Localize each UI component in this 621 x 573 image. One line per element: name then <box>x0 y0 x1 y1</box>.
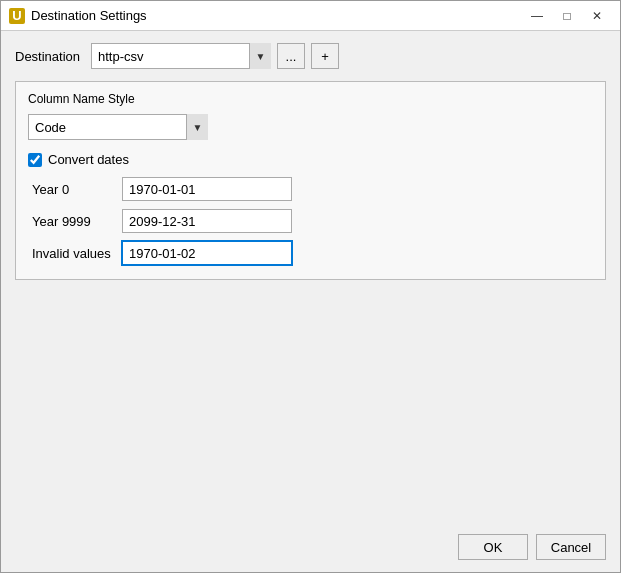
column-name-style-row: Code ▼ <box>28 114 593 140</box>
content-area: Destination http-csv ▼ ... + Column Name… <box>1 31 620 524</box>
settings-panel: Column Name Style Code ▼ Convert dates <box>15 81 606 280</box>
convert-dates-label: Convert dates <box>48 152 129 167</box>
style-select-wrapper: Code ▼ <box>28 114 208 140</box>
date-fields: Year 0 Year 9999 Invalid values <box>28 177 593 265</box>
column-name-style-title: Column Name Style <box>28 92 593 106</box>
maximize-button[interactable]: □ <box>552 2 582 30</box>
close-button[interactable]: ✕ <box>582 2 612 30</box>
title-bar: U Destination Settings — □ ✕ <box>1 1 620 31</box>
minimize-button[interactable]: — <box>522 2 552 30</box>
convert-dates-checkbox-wrapper[interactable]: Convert dates <box>28 152 129 167</box>
destination-label: Destination <box>15 49 85 64</box>
title-bar-buttons: — □ ✕ <box>522 2 612 30</box>
year9999-row: Year 9999 <box>32 209 593 233</box>
year0-label: Year 0 <box>32 182 122 197</box>
destination-select[interactable]: http-csv <box>91 43 271 69</box>
window-title: Destination Settings <box>31 8 522 23</box>
invalid-values-label: Invalid values <box>32 246 122 261</box>
year0-row: Year 0 <box>32 177 593 201</box>
year9999-input[interactable] <box>122 209 292 233</box>
main-window: U Destination Settings — □ ✕ Destination… <box>0 0 621 573</box>
destination-row: Destination http-csv ▼ ... + <box>15 43 606 69</box>
plus-button[interactable]: + <box>311 43 339 69</box>
invalid-values-input[interactable] <box>122 241 292 265</box>
convert-dates-row: Convert dates <box>28 152 593 167</box>
ellipsis-button[interactable]: ... <box>277 43 305 69</box>
ok-button[interactable]: OK <box>458 534 528 560</box>
destination-select-wrapper: http-csv ▼ <box>91 43 271 69</box>
cancel-button[interactable]: Cancel <box>536 534 606 560</box>
year0-input[interactable] <box>122 177 292 201</box>
convert-dates-checkbox[interactable] <box>28 153 42 167</box>
app-icon: U <box>9 8 25 24</box>
invalid-values-row: Invalid values <box>32 241 593 265</box>
column-name-style-select[interactable]: Code <box>28 114 208 140</box>
year9999-label: Year 9999 <box>32 214 122 229</box>
footer: OK Cancel <box>1 524 620 572</box>
